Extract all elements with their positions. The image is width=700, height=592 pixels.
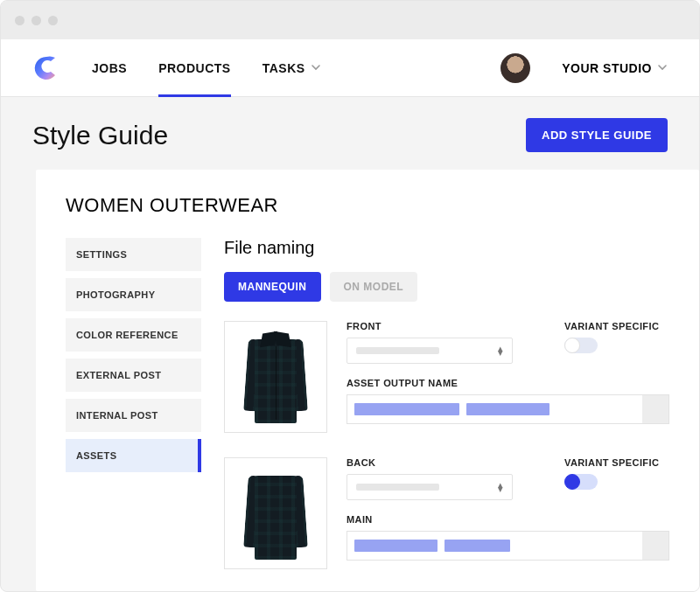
window-dot (48, 16, 58, 25)
sidebar-item-color-reference[interactable]: COLOR REFERENCE (66, 318, 201, 352)
sidebar-item-assets[interactable]: ASSETS (66, 439, 201, 472)
input-addon[interactable] (642, 395, 668, 423)
tab-on-model[interactable]: ON MODEL (330, 272, 418, 302)
page-title: Style Guide (32, 121, 168, 150)
window-titlebar (1, 1, 699, 39)
asset-row: BACK ▴▾ VARIANT SPECIFIC (224, 457, 669, 569)
brand-logo (32, 54, 60, 82)
select-stepper-icon: ▴▾ (498, 346, 503, 355)
nav-jobs[interactable]: JOBS (92, 39, 127, 97)
avatar[interactable] (500, 53, 530, 83)
studio-label: YOUR STUDIO (562, 61, 652, 75)
sidebar-item-settings[interactable]: SETTINGS (66, 238, 201, 271)
variant-label: VARIANT SPECIFIC (564, 457, 669, 468)
window-dot (15, 16, 24, 25)
top-nav: JOBS PRODUCTS TASKS YOUR STUDIO (1, 39, 699, 97)
chevron-down-icon (657, 61, 668, 75)
main-output-input[interactable] (346, 531, 669, 561)
asset-thumbnail-front[interactable] (224, 321, 327, 433)
input-addon[interactable] (642, 532, 668, 560)
variant-label: VARIANT SPECIFIC (564, 321, 669, 331)
style-guide-card: WOMEN OUTERWEAR SETTINGS PHOTOGRAPHY COL… (36, 170, 699, 591)
studio-menu[interactable]: YOUR STUDIO (562, 61, 668, 75)
page-header: Style Guide ADD STYLE GUIDE (1, 97, 699, 170)
nav-tasks[interactable]: TASKS (262, 39, 321, 97)
naming-tabs: MANNEQUIN ON MODEL (224, 272, 669, 302)
asset-row: FRONT ▴▾ VARIANT SPECIFIC (224, 321, 669, 433)
window-dot (32, 16, 41, 25)
app-window: JOBS PRODUCTS TASKS YOUR STUDIO Style Gu… (0, 0, 700, 592)
variant-toggle-back[interactable] (564, 474, 598, 490)
add-style-guide-button[interactable]: ADD STYLE GUIDE (526, 118, 668, 152)
position-label: FRONT (346, 321, 547, 331)
token-chip (466, 403, 550, 415)
asset-output-name-input[interactable] (346, 394, 669, 424)
coat-front-icon (246, 329, 305, 425)
token-chip (444, 540, 510, 552)
output-label: MAIN (346, 514, 669, 525)
select-placeholder (356, 347, 439, 354)
select-stepper-icon: ▴▾ (498, 483, 503, 491)
position-select-front[interactable]: ▴▾ (346, 338, 513, 364)
sidebar-item-external-post[interactable]: EXTERNAL POST (66, 359, 201, 392)
nav-tasks-label: TASKS (262, 61, 305, 75)
position-select-back[interactable]: ▴▾ (346, 474, 513, 500)
variant-toggle-front[interactable] (564, 338, 598, 353)
card-title: WOMEN OUTERWEAR (66, 194, 669, 217)
coat-back-icon (246, 465, 305, 561)
token-chip (354, 540, 438, 552)
token-chip (354, 403, 459, 415)
position-label: BACK (346, 457, 547, 468)
card-sidebar: SETTINGS PHOTOGRAPHY COLOR REFERENCE EXT… (66, 238, 201, 591)
content-panel: File naming MANNEQUIN ON MODEL (224, 238, 669, 591)
asset-thumbnail-back[interactable] (224, 457, 327, 569)
sidebar-item-internal-post[interactable]: INTERNAL POST (66, 399, 201, 432)
chevron-down-icon (311, 61, 321, 75)
select-placeholder (356, 484, 439, 491)
sidebar-item-photography[interactable]: PHOTOGRAPHY (66, 278, 201, 311)
nav-products[interactable]: PRODUCTS (158, 39, 231, 97)
tab-mannequin[interactable]: MANNEQUIN (224, 272, 321, 302)
output-label: ASSET OUTPUT NAME (346, 378, 669, 388)
section-title: File naming (224, 238, 669, 258)
